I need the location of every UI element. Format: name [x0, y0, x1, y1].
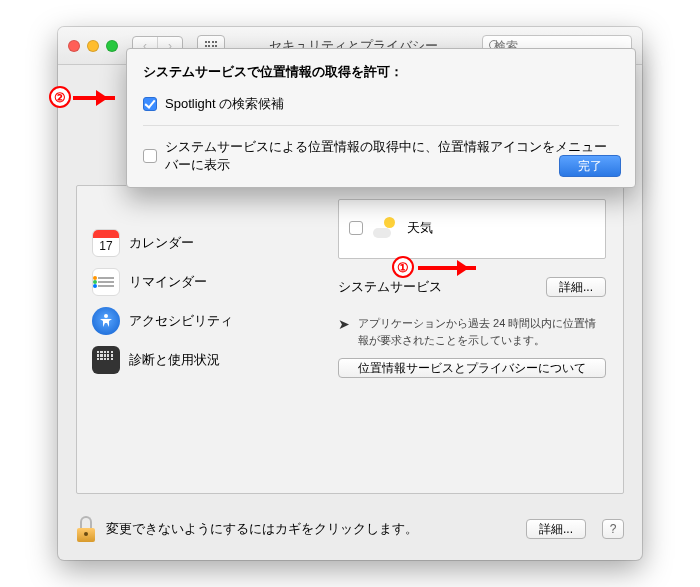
details-button[interactable]: 詳細...: [546, 277, 606, 297]
diagnostics-icon: [92, 346, 120, 374]
divider: [143, 125, 619, 126]
location-note: ➤ アプリケーションから過去 24 時間以内に位置情報が要求されたことを示してい…: [338, 315, 606, 348]
system-services-sheet: システムサービスで位置情報の取得を許可： Spotlight の検索候補 システ…: [126, 48, 636, 188]
done-button[interactable]: 完了: [559, 155, 621, 177]
list-item-accessibility[interactable]: アクセシビリティ: [92, 307, 292, 335]
accessibility-icon: [92, 307, 120, 335]
advanced-button[interactable]: 詳細...: [526, 519, 586, 539]
weather-checkbox[interactable]: [349, 221, 363, 235]
label: システムサービス: [338, 278, 442, 296]
menubar-row: システムサービスによる位置情報の取得中に、位置情報アイコンをメニューバーに表示: [143, 134, 619, 178]
right-pane: 天気 システムサービス 詳細... ➤ アプリケーションから過去 24 時間以内…: [338, 199, 606, 378]
weather-row: 天気: [349, 210, 595, 246]
label: 診断と使用状況: [129, 351, 220, 369]
spotlight-checkbox[interactable]: [143, 97, 157, 111]
weather-icon: [373, 216, 397, 240]
calendar-icon: 17: [92, 229, 120, 257]
note-text: アプリケーションから過去 24 時間以内に位置情報が要求されたことを示しています…: [358, 315, 606, 348]
list-item-diagnostics[interactable]: 診断と使用状況: [92, 346, 292, 374]
location-icon: ➤: [338, 314, 350, 347]
privacy-about-button[interactable]: 位置情報サービスとプライバシーについて: [338, 358, 606, 378]
lock-text: 変更できないようにするにはカギをクリックします。: [106, 520, 516, 538]
minimize-button[interactable]: [87, 40, 99, 52]
window-controls: [68, 40, 118, 52]
preferences-window: ‹ › セキュリティとプライバシー 17 カレンダー: [58, 27, 642, 560]
annotation-arrow-1: [418, 266, 476, 270]
annotation-marker-1: ①: [392, 256, 414, 278]
help-button[interactable]: ?: [602, 519, 624, 539]
label: カレンダー: [129, 234, 194, 252]
label: 天気: [407, 219, 433, 237]
label: Spotlight の検索候補: [165, 95, 284, 113]
svg-point-0: [104, 314, 108, 318]
annotation-arrow-2: [73, 96, 115, 100]
menubar-checkbox[interactable]: [143, 149, 157, 163]
label: アクセシビリティ: [129, 312, 233, 330]
list-item-calendar[interactable]: 17 カレンダー: [92, 229, 292, 257]
calendar-day: 17: [99, 239, 112, 253]
zoom-button[interactable]: [106, 40, 118, 52]
services-box: 天気: [338, 199, 606, 259]
label: リマインダー: [129, 273, 207, 291]
sheet-heading: システムサービスで位置情報の取得を許可：: [143, 63, 619, 81]
list-item-reminders[interactable]: リマインダー: [92, 268, 292, 296]
label: システムサービスによる位置情報の取得中に、位置情報アイコンをメニューバーに表示: [165, 138, 619, 174]
spotlight-row: Spotlight の検索候補: [143, 91, 619, 117]
close-button[interactable]: [68, 40, 80, 52]
privacy-app-list: 17 カレンダー リマインダー アクセシビリティ: [92, 229, 292, 374]
footer: 変更できないようにするにはカギをクリックします。 詳細... ?: [76, 512, 624, 546]
reminders-icon: [92, 268, 120, 296]
system-services-row: システムサービス 詳細...: [338, 277, 606, 297]
lock-icon[interactable]: [76, 516, 96, 542]
annotation-marker-2: ②: [49, 86, 71, 108]
